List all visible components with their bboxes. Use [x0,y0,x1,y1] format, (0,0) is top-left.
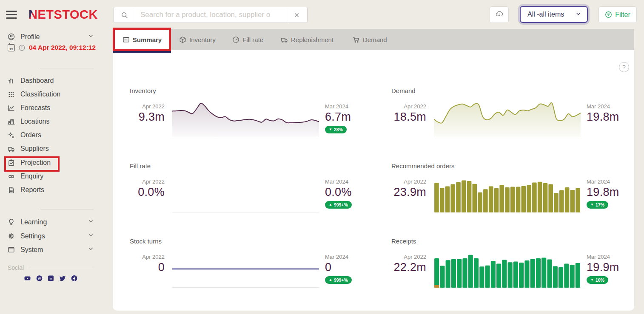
tab-summary[interactable]: Summary [114,29,171,50]
sidebar-item-enquiry[interactable]: Enquiry [8,173,94,180]
stat-end-value: 19.8m [587,110,632,124]
chart-area [434,101,581,137]
sidebar-item-label: Projection [20,159,51,167]
reports-icon [8,187,15,194]
sidebar-item-label: Forecasts [20,104,50,112]
panel-receipts: ReceiptsApr 202222.2mMar 202419.9m▼10% [391,238,640,288]
panel-fill-rate: Fill rateApr 20220.0%Mar 20240.0%▲999+% [130,162,379,212]
fill_rate-chart [172,176,319,212]
youtube-icon[interactable] [23,275,31,282]
wordpress-icon[interactable]: W [36,275,43,282]
tab-inventory[interactable]: Inventory [179,29,216,50]
clear-search-icon[interactable] [286,7,307,23]
change-badge-text: 28% [334,127,343,132]
sidebar-item-label: Classification [20,91,60,98]
tab-replenishment[interactable]: Replenishment [281,29,333,50]
panel-body: Apr 20220Mar 20240▲999+% [130,251,379,288]
tab-label: Demand [363,36,387,43]
chart-area [172,251,319,288]
inventory-chart [172,101,319,137]
sidebar-item-projection[interactable]: Projection [8,159,94,167]
stat-start-label: Apr 2022 [391,103,426,110]
stat-end-value: 19.8m [587,186,632,199]
stat-end-value: 6.7m [325,110,370,124]
panel-title: Demand [391,87,640,95]
app-logo[interactable]: NETSTOCK [28,8,98,22]
linkedin-icon[interactable]: in [47,275,54,282]
enquiry-icon [8,173,15,180]
filter-button-label: Filter [615,11,630,19]
change-badge-text: 999+% [334,277,348,283]
change-badge: ▲999+% [325,276,352,284]
items-filter-dropdown[interactable]: All -all items [520,6,588,23]
stat-start: Apr 20220.0% [130,176,172,199]
calendar-icon: 19 [8,44,15,51]
sidebar-item-label: Learning [20,218,47,226]
tab-fill-rate[interactable]: Fill rate [232,29,263,50]
stat-end: Mar 20246.7m▼28% [319,101,370,133]
forecasts-icon [8,105,15,112]
triangle-up-icon: ▲ [329,203,332,207]
stat-start-label: Apr 2022 [391,254,426,260]
sidebar-item-label: Reports [20,186,44,194]
info-circle-icon [18,44,26,51]
social-label: Social [8,264,24,271]
sidebar-item-settings[interactable]: Settings [8,232,94,240]
panel-title: Fill rate [130,162,379,170]
sidebar-item-label: Suppliers [20,145,49,153]
sidebar-item-dashboard[interactable]: Dashboard [8,77,94,85]
help-icon[interactable]: ? [619,62,629,72]
stat-start: Apr 202223.9m [391,176,434,199]
dashboard-icon [8,77,15,85]
stat-end-value: 0 [325,261,370,274]
search-bar[interactable] [114,7,308,23]
hamburger-menu-icon[interactable] [6,11,17,19]
stat-start: Apr 20229.3m [130,101,172,124]
stat-end-label: Mar 2024 [325,254,370,260]
sidebar-item-forecasts[interactable]: Forecasts [8,104,94,112]
facebook-icon[interactable] [71,275,78,282]
locations-icon [8,118,15,125]
panel-demand: DemandApr 202218.5mMar 202419.8m [391,87,640,137]
profile-label: Profile [20,33,40,41]
chevron-down-icon [575,10,582,19]
tab-demand[interactable]: Demand [353,29,387,50]
sidebar-item-suppliers[interactable]: Suppliers [8,145,94,153]
panel-body: Apr 20220.0%Mar 20240.0%▲999+% [130,176,379,212]
filter-button[interactable]: Filter [598,6,637,23]
panel-body: Apr 202223.9mMar 202419.8m▼17% [391,176,640,212]
chart-area [434,176,581,212]
plan-date-row[interactable]: 19 04 Apr 2022, 09:12:12 [8,44,96,51]
stat-end-label: Mar 2024 [587,178,632,185]
triangle-down-icon: ▼ [329,128,332,131]
fillrate-tab-icon [232,36,239,43]
sidebar-item-classification[interactable]: Classification [8,91,94,98]
triangle-down-icon: ▼ [590,203,594,207]
replenishment-tab-icon [281,36,288,43]
sidebar-item-learning[interactable]: Learning [8,218,94,226]
chevron-down-icon [87,232,94,240]
panel-body: Apr 202218.5mMar 202419.8m [391,101,640,137]
search-icon[interactable] [114,7,135,23]
chart-area [172,101,319,137]
tab-bar: SummaryInventoryFill rateReplenishmentDe… [113,29,634,50]
stat-start-label: Apr 2022 [130,178,165,185]
classification-icon [8,91,15,98]
sidebar-item-orders[interactable]: Orders [8,131,94,139]
panel-body: Apr 20229.3mMar 20246.7m▼28% [130,101,379,137]
tab-label: Summary [133,36,162,43]
sidebar-item-profile[interactable]: Profile [8,32,94,41]
export-button[interactable] [490,6,509,23]
panel-title: Receipts [391,238,640,245]
sidebar-item-locations[interactable]: Locations [8,118,94,125]
inventory-tab-icon [179,36,186,43]
demand-chart [434,101,581,137]
sidebar-item-reports[interactable]: Reports [8,186,94,194]
change-badge: ▼28% [325,126,347,133]
stat-end: Mar 20240▲999+% [319,251,370,284]
stat-end-label: Mar 2024 [587,103,632,110]
sidebar-item-system[interactable]: System [8,245,94,254]
stat-end-label: Mar 2024 [325,178,370,185]
search-input[interactable] [135,7,286,23]
twitter-icon[interactable] [59,275,66,282]
